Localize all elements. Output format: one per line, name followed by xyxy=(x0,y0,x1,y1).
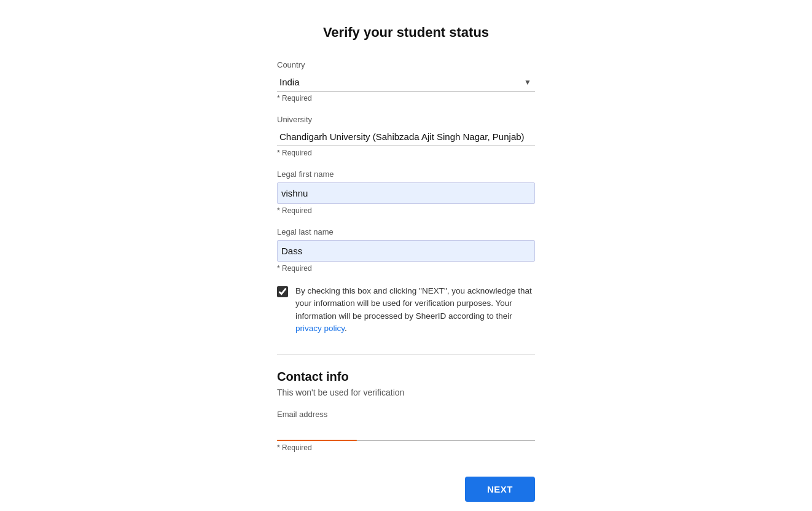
consent-checkbox-row: By checking this box and clicking "NEXT"… xyxy=(277,285,535,335)
legal-last-name-required: * Required xyxy=(277,264,535,273)
legal-last-name-field-group: Legal last name * Required xyxy=(277,227,535,273)
legal-first-name-input[interactable] xyxy=(277,182,535,204)
country-required: * Required xyxy=(277,94,535,103)
legal-first-name-field-group: Legal first name * Required xyxy=(277,170,535,215)
page-container: Verify your student status Country India… xyxy=(0,0,812,511)
university-label: University xyxy=(277,115,535,124)
university-required: * Required xyxy=(277,149,535,157)
email-input-wrapper xyxy=(277,423,535,441)
contact-info-section: Contact info This won't be used for veri… xyxy=(277,370,535,452)
legal-last-name-input[interactable] xyxy=(277,240,535,262)
contact-section-title: Contact info xyxy=(277,370,535,384)
page-title: Verify your student status xyxy=(277,25,535,41)
country-select-wrapper[interactable]: India USA UK ▼ xyxy=(277,73,535,92)
consent-text: By checking this box and clicking "NEXT"… xyxy=(295,285,535,335)
email-label: Email address xyxy=(277,410,535,419)
country-select[interactable]: India USA UK xyxy=(277,73,535,92)
next-button-row: NEXT xyxy=(277,477,535,502)
contact-subtitle: This won't be used for verification xyxy=(277,388,535,397)
consent-text-part2: . xyxy=(345,324,347,333)
email-required: * Required xyxy=(277,443,535,452)
legal-last-name-label: Legal last name xyxy=(277,227,535,236)
university-input[interactable] xyxy=(277,128,535,146)
email-input[interactable] xyxy=(277,423,535,441)
section-divider xyxy=(277,354,535,355)
form-container: Verify your student status Country India… xyxy=(277,12,535,511)
university-field-group: University * Required xyxy=(277,115,535,157)
email-field-group: Email address * Required xyxy=(277,410,535,452)
country-label: Country xyxy=(277,60,535,69)
consent-text-part1: By checking this box and clicking "NEXT"… xyxy=(295,286,532,321)
next-button[interactable]: NEXT xyxy=(465,477,535,502)
email-highlight-bar xyxy=(277,440,357,441)
legal-first-name-required: * Required xyxy=(277,206,535,215)
privacy-policy-link[interactable]: privacy policy xyxy=(295,324,345,333)
country-field-group: Country India USA UK ▼ * Required xyxy=(277,60,535,103)
consent-checkbox[interactable] xyxy=(277,286,288,297)
legal-first-name-label: Legal first name xyxy=(277,170,535,179)
